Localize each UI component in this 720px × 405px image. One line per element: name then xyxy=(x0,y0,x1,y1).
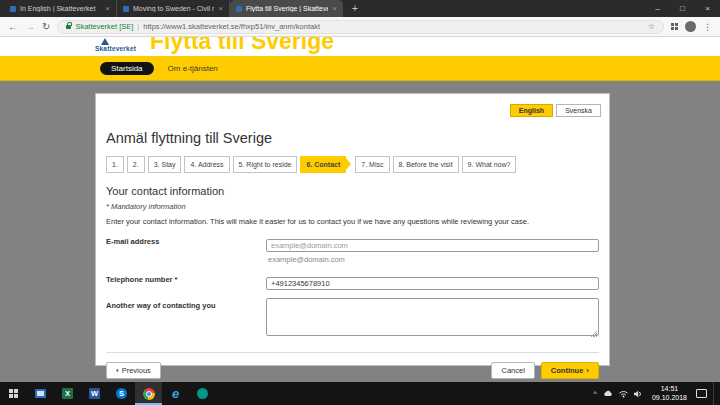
clock-time: 14:51 xyxy=(652,385,687,394)
email-input[interactable] xyxy=(266,239,599,252)
step-7-misc[interactable]: 7. Misc xyxy=(355,156,389,173)
previous-button-label: Previous xyxy=(122,366,151,375)
skatteverket-logo-text: Skatteverket xyxy=(95,45,136,52)
skype-icon: S xyxy=(116,388,127,399)
tab-favicon xyxy=(236,6,242,12)
step-6-contact[interactable]: 6. Contact xyxy=(300,156,346,173)
section-title: Your contact information xyxy=(106,185,599,197)
continue-button[interactable]: Continue › xyxy=(541,362,599,379)
step-2[interactable]: 2. xyxy=(127,156,145,173)
tray-expand-icon[interactable]: ^ xyxy=(593,390,597,398)
extensions-icon[interactable] xyxy=(671,23,678,30)
bookmark-star-icon[interactable]: ☆ xyxy=(648,22,655,31)
step-1[interactable]: 1. xyxy=(106,156,124,173)
tab-strip: In English | Skatteverket × Moving to Sw… xyxy=(0,0,367,17)
page-title: Anmäl flyttning till Sverige xyxy=(106,94,599,146)
page-viewport: Skatteverket Flytta till Sverige Startsi… xyxy=(0,37,720,382)
taskbar-teams-app[interactable] xyxy=(189,382,216,405)
tab-moving-to-sweden[interactable]: Moving to Sweden - Civil regist… × xyxy=(117,0,230,17)
other-contact-label: Another way of contacting you xyxy=(106,298,266,310)
taskbar-mail-app[interactable] xyxy=(27,382,54,405)
secure-site-label: Skatteverket [SE] xyxy=(75,22,133,31)
browser-toolbar: ← → ↻ Skatteverket [SE] | https://www1.s… xyxy=(0,17,720,37)
teams-icon xyxy=(197,388,208,399)
email-label: E-mail address xyxy=(106,234,266,246)
action-center-icon[interactable] xyxy=(696,389,707,398)
nav-om-etjansten-link[interactable]: Om e-tjänsten xyxy=(168,64,218,73)
form-footer: ‹ Previous Cancel Continue › xyxy=(106,362,599,379)
mandatory-note: * Mandatory information xyxy=(106,202,599,211)
intro-text: Enter your contact information. This wil… xyxy=(106,217,599,226)
footer-divider xyxy=(106,352,599,353)
cancel-button-label: Cancel xyxy=(501,366,524,375)
windows-logo-icon xyxy=(9,389,18,398)
word-icon: W xyxy=(89,388,100,399)
phone-input[interactable] xyxy=(266,277,599,290)
back-icon[interactable]: ← xyxy=(8,22,18,32)
secure-lock-icon xyxy=(66,25,71,29)
start-button[interactable] xyxy=(0,382,27,405)
system-tray: ^ 14:51 09.10.2018 xyxy=(593,382,720,405)
skatteverket-logo[interactable]: Skatteverket xyxy=(95,38,136,52)
email-field-cell: example@domain.com xyxy=(266,234,599,264)
close-tab-icon[interactable]: × xyxy=(105,5,110,13)
taskbar-excel-app[interactable]: X xyxy=(54,382,81,405)
close-window-button[interactable]: × xyxy=(695,0,720,17)
phone-field-cell xyxy=(266,272,599,290)
other-contact-textarea[interactable] xyxy=(266,298,599,336)
step-navigation: 1. 2. 3. Stay 4. Address 5. Right to res… xyxy=(106,156,599,173)
tab-in-english[interactable]: In English | Skatteverket × xyxy=(4,0,117,17)
browser-titlebar: In English | Skatteverket × Moving to Sw… xyxy=(0,0,720,17)
site-nav-bar: Startsida Om e-tjänsten xyxy=(0,56,720,81)
taskbar-skype-app[interactable]: S xyxy=(108,382,135,405)
language-svenska-button[interactable]: Svenska xyxy=(556,104,601,117)
profile-avatar[interactable] xyxy=(685,21,696,32)
step-8-before-the-visit[interactable]: 8. Before the visit xyxy=(393,156,459,173)
skatteverket-logo-icon xyxy=(101,38,109,45)
screen: In English | Skatteverket × Moving to Sw… xyxy=(0,0,720,405)
clock-date: 09.10.2018 xyxy=(652,394,687,403)
new-tab-button[interactable]: + xyxy=(343,0,367,17)
step-4-address[interactable]: 4. Address xyxy=(184,156,229,173)
taskbar-edge-app[interactable]: e xyxy=(162,382,189,405)
step-3-stay[interactable]: 3. Stay xyxy=(148,156,182,173)
language-english-button[interactable]: English xyxy=(510,104,553,117)
previous-button[interactable]: ‹ Previous xyxy=(106,362,161,379)
taskbar-clock[interactable]: 14:51 09.10.2018 xyxy=(649,385,690,403)
site-header-title: Flytta till Sverige xyxy=(150,37,334,55)
address-separator: | xyxy=(137,22,139,31)
taskbar-word-app[interactable]: W xyxy=(81,382,108,405)
tab-favicon xyxy=(10,6,16,12)
forward-icon[interactable]: → xyxy=(25,22,35,32)
tab-title: Moving to Sweden - Civil regist… xyxy=(133,5,214,12)
form-card: English Svenska Anmäl flyttning till Sve… xyxy=(95,93,610,366)
network-wifi-icon[interactable] xyxy=(619,390,628,398)
chrome-icon xyxy=(143,388,155,400)
mail-icon xyxy=(35,389,46,398)
phone-label: Telephone number * xyxy=(106,272,266,284)
tab-title: In English | Skatteverket xyxy=(20,5,101,12)
page-url: https://www1.skatteverket.se/fhxp51/inv_… xyxy=(143,22,644,31)
reload-icon[interactable]: ↻ xyxy=(42,22,50,32)
minimize-button[interactable]: – xyxy=(645,0,670,17)
browser-menu-icon[interactable]: ⋮ xyxy=(703,22,712,32)
close-tab-icon[interactable]: × xyxy=(218,5,223,13)
edge-icon: e xyxy=(172,387,179,400)
chevron-left-icon: ‹ xyxy=(116,367,119,375)
tab-flytta-till-sverige[interactable]: Flytta till Sverige | Skatteverket × xyxy=(230,0,343,17)
taskbar-chrome-app[interactable] xyxy=(135,382,162,405)
contact-form: E-mail address example@domain.com Teleph… xyxy=(106,234,599,340)
close-tab-icon[interactable]: × xyxy=(332,5,337,13)
step-9-what-now[interactable]: 9. What now? xyxy=(462,156,517,173)
nav-startsida-button[interactable]: Startsida xyxy=(100,62,154,75)
show-desktop-button[interactable] xyxy=(713,382,717,405)
continue-button-label: Continue xyxy=(551,366,584,375)
volume-icon[interactable] xyxy=(634,390,643,398)
windows-taskbar: X W S e ^ 14:51 xyxy=(0,382,720,405)
cancel-button[interactable]: Cancel xyxy=(491,362,534,379)
onedrive-cloud-icon[interactable] xyxy=(603,390,613,397)
maximize-button[interactable]: □ xyxy=(670,0,695,17)
step-5-right-to-reside[interactable]: 5. Right to reside xyxy=(233,156,298,173)
address-bar[interactable]: Skatteverket [SE] | https://www1.skattev… xyxy=(57,20,664,34)
page-background: English Svenska Anmäl flyttning till Sve… xyxy=(0,81,720,382)
